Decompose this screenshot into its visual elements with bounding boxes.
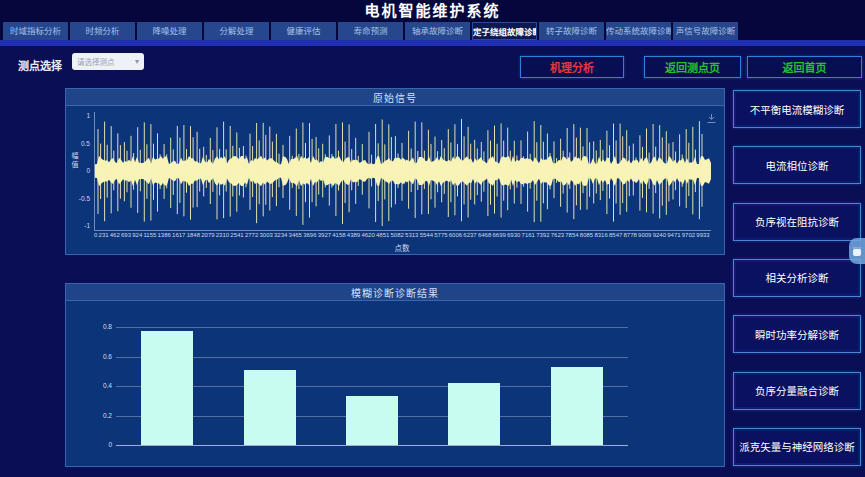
waveform-x-tick-label: 9471 (667, 232, 680, 238)
back-to-points-button[interactable]: 返回测点页 (644, 56, 741, 78)
tab-7[interactable]: 轴承故障诊断 (405, 22, 470, 40)
bar-3 (346, 396, 398, 445)
waveform-x-tick-label: 5313 (405, 232, 418, 238)
waveform-x-tick-label: 3927 (318, 232, 331, 238)
waveform-x-tick-label: 0 (94, 232, 97, 238)
waveform-x-axis-label: 点数 (94, 242, 710, 253)
waveform-x-tick-label: 4389 (347, 232, 360, 238)
waveform-x-tick-label: 3465 (289, 232, 302, 238)
waveform-x-tick-label: 6006 (449, 232, 462, 238)
tab-2[interactable]: 时频分析 (70, 22, 135, 40)
waveform-x-tick-label: 2541 (230, 232, 243, 238)
bar-y-tick-label: 0.6 (86, 353, 112, 360)
waveform-x-tick-label: 7623 (551, 232, 564, 238)
tab-4[interactable]: 分解处理 (204, 22, 269, 40)
waveform-band (95, 156, 711, 187)
waveform-x-tick-label: 9240 (653, 232, 666, 238)
waveform-x-tick-label: 5082 (391, 232, 404, 238)
waveform-x-tick-label: 6930 (507, 232, 520, 238)
waveform-x-tick-label: 8316 (594, 232, 607, 238)
point-select-placeholder: 请选择测点 (77, 56, 115, 67)
side-button-2[interactable]: 电流相位诊断 (733, 146, 861, 184)
bar-chart: 00.20.40.60.8 (66, 301, 724, 468)
waveform-x-tick-label: 4851 (376, 232, 389, 238)
waveform-x-tick-label: 1848 (187, 232, 200, 238)
waveform-x-tick-label: 2772 (245, 232, 258, 238)
panel-icon (853, 247, 861, 256)
side-button-5[interactable]: 瞬时功率分解诊断 (733, 315, 861, 353)
waveform-x-tick-label: 8085 (580, 232, 593, 238)
waveform-y-tick-label: -0.5 (66, 195, 90, 202)
tab-3[interactable]: 降噪处理 (137, 22, 202, 40)
bar-5 (551, 367, 603, 445)
waveform-svg (95, 112, 711, 230)
gridline (116, 445, 628, 446)
app-window: 电机智能维护系统 时域指标分析时频分析降噪处理分解处理健康评估寿命预测轴承故障诊… (0, 0, 865, 477)
waveform-x-tick-label: 3696 (303, 232, 316, 238)
waveform-x-tick-label: 8547 (609, 232, 622, 238)
tab-6[interactable]: 寿命预测 (338, 22, 403, 40)
waveform-x-tick-label: 3234 (274, 232, 287, 238)
bar-panel: 模糊诊断诊断结果 00.20.40.60.8 (65, 283, 725, 467)
bar-1 (141, 331, 193, 445)
waveform-x-tick-label: 231 (99, 232, 109, 238)
waveform-x-tick-label: 5544 (420, 232, 433, 238)
waveform-plot-area (94, 112, 711, 231)
waveform-x-tick-label: 7854 (565, 232, 578, 238)
tab-10[interactable]: 传动系统故障诊断 (606, 22, 671, 40)
bar-y-tick-label: 0.8 (86, 323, 112, 330)
side-button-6[interactable]: 负序分量融合诊断 (733, 372, 861, 410)
mechanism-analysis-button[interactable]: 机理分析 (520, 56, 624, 78)
tab-11[interactable]: 声信号故障诊断 (673, 22, 738, 40)
waveform-y-tick-label: 0 (66, 167, 90, 174)
waveform-x-tick-label: 6699 (492, 232, 505, 238)
tab-9[interactable]: 转子故障诊断 (539, 22, 604, 40)
waveform-x-tick-label: 924 (132, 232, 142, 238)
waveform-x-tick-label: 9933 (696, 232, 709, 238)
waveform-chart: 幅值 10.50-0.5-1 0231462693924115513861617… (66, 106, 724, 256)
tab-5[interactable]: 健康评估 (271, 22, 336, 40)
bar-y-tick-label: 0.2 (86, 412, 112, 419)
tab-1[interactable]: 时域指标分析 (3, 22, 68, 40)
waveform-x-tick-label: 2310 (216, 232, 229, 238)
bar-panel-header: 模糊诊断诊断结果 (66, 284, 724, 301)
bar-y-tick-label: 0 (86, 441, 112, 448)
waveform-x-tick-label: 1155 (143, 232, 156, 238)
side-button-column: 不平衡电流模糊诊断电流相位诊断负序视在阻抗诊断相关分析诊断瞬时功率分解诊断负序分… (733, 90, 861, 466)
waveform-x-tick-label: 462 (110, 232, 120, 238)
side-button-7[interactable]: 派克矢量与神经网络诊断 (733, 428, 861, 466)
page-title: 电机智能维护系统 (0, 0, 865, 21)
back-home-button[interactable]: 返回首页 (747, 56, 862, 78)
waveform-x-tick-label: 1617 (172, 232, 185, 238)
point-select-dropdown[interactable]: 请选择测点 ▾ (72, 53, 144, 70)
floating-widget[interactable] (849, 238, 865, 264)
bar-2 (244, 370, 296, 445)
waveform-panel: 原始信号 幅值 10.50-0.5-1 02314626939241155138… (65, 88, 725, 255)
waveform-y-ticks: 10.50-0.5-1 (66, 112, 92, 230)
tab-8[interactable]: 定子绕组故障诊断 (472, 22, 537, 40)
side-button-3[interactable]: 负序视在阻抗诊断 (733, 203, 861, 241)
waveform-x-tick-label: 1386 (158, 232, 171, 238)
waveform-x-tick-label: 7161 (522, 232, 535, 238)
waveform-y-tick-label: 1 (66, 112, 90, 119)
waveform-x-tick-label: 5775 (434, 232, 447, 238)
side-button-1[interactable]: 不平衡电流模糊诊断 (733, 90, 861, 128)
waveform-x-tick-label: 3003 (259, 232, 272, 238)
waveform-x-tick-label: 9009 (638, 232, 651, 238)
bar-plot: 00.20.40.60.8 (116, 327, 628, 445)
waveform-x-tick-label: 6468 (478, 232, 491, 238)
waveform-y-tick-label: 0.5 (66, 140, 90, 147)
waveform-x-tick-label: 6237 (463, 232, 476, 238)
waveform-x-tick-label: 4620 (361, 232, 374, 238)
tab-bar: 时域指标分析时频分析降噪处理分解处理健康评估寿命预测轴承故障诊断定子绕组故障诊断… (0, 22, 865, 40)
waveform-x-tick-label: 9702 (682, 232, 695, 238)
divider-strip (0, 40, 865, 46)
side-button-4[interactable]: 相关分析诊断 (733, 259, 861, 297)
point-select-label: 测点选择 (18, 57, 62, 73)
waveform-x-tick-label: 693 (121, 232, 131, 238)
waveform-panel-header: 原始信号 (66, 89, 724, 106)
bar-chart-title: 模糊诊断诊断结果 (351, 285, 439, 300)
bar-series (116, 327, 628, 445)
waveform-x-ticks: 0231462693924115513861617184820792310254… (94, 232, 710, 238)
waveform-x-tick-label: 7392 (536, 232, 549, 238)
